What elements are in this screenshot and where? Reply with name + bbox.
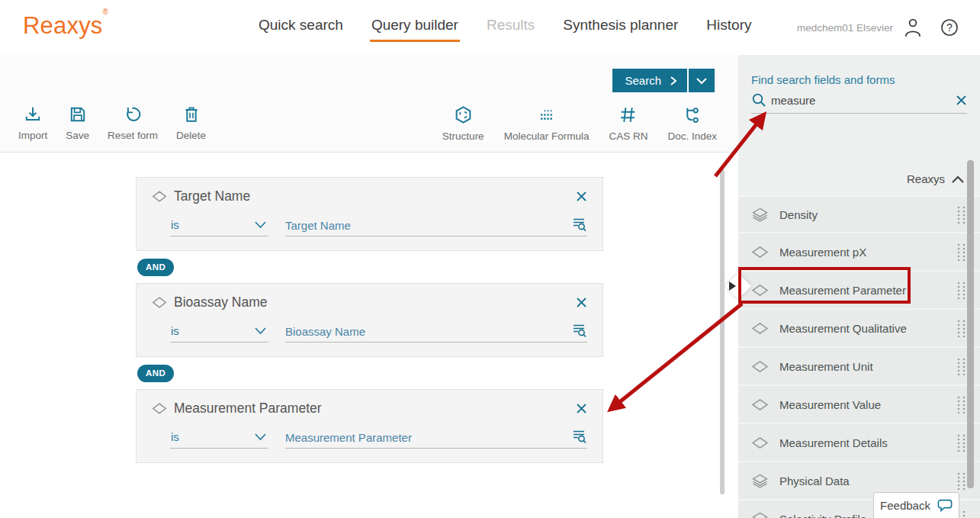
field-search-input[interactable] [771,94,956,107]
and-connector[interactable]: AND [137,365,174,382]
main-nav: Quick search Query builder Results Synth… [257,0,753,55]
sidebar-title: Find search fields and forms [751,73,967,86]
drag-handle-icon[interactable] [956,357,966,375]
list-item-density[interactable]: Density [738,195,980,233]
doc-index-button[interactable]: Doc. Index [667,105,717,142]
list-item-label: Measurement Qualitative [779,322,956,335]
field-diamond-icon [751,398,769,411]
import-button[interactable]: Import [18,105,47,141]
main-scrollbar[interactable] [720,169,725,494]
search-button[interactable]: Search [612,69,687,92]
chevron-right-icon [669,76,678,86]
list-item-measurement-unit[interactable]: Measurement Unit [738,348,980,386]
field-diamond-icon [751,246,769,259]
value-input[interactable]: Bioassay Name [285,323,587,343]
group-header-reaxys[interactable]: Reaxys [738,162,980,195]
list-item-label: Physical Data [779,475,956,487]
list-item-label: Measurement Parameter [779,284,956,297]
group-label: Reaxys [907,172,945,185]
form-layers-icon [751,474,769,488]
molecular-formula-label: Molecular Formula [504,130,590,142]
nav-results[interactable]: Results [485,0,536,55]
lookup-list-icon[interactable] [571,323,587,338]
toolbar-right-group: Structure Molecular Formula CAS RN Doc. … [442,105,717,142]
cas-rn-icon [619,105,638,124]
user-name: medchem01 Elsevier [797,22,893,34]
svg-text:?: ? [946,21,953,34]
drag-handle-icon[interactable] [956,471,966,490]
chevron-down-icon [254,327,267,335]
drag-handle-icon[interactable] [956,395,966,413]
user-area: medchem01 Elsevier ? [797,0,959,55]
save-icon [69,105,87,124]
close-icon[interactable] [576,297,587,308]
query-card-target-name: Target Name is Target Name [136,177,603,251]
operator-select[interactable]: is [170,430,268,449]
panel-collapse-toggle[interactable] [729,282,736,291]
list-item-measurement-px[interactable]: Measurement pX [738,233,980,272]
drag-handle-icon[interactable] [956,205,966,224]
lookup-list-icon[interactable] [571,429,587,444]
drag-handle-icon[interactable] [956,281,966,299]
list-item-measurement-value[interactable]: Measurement Value [738,386,980,424]
reset-form-label: Reset form [108,130,158,141]
list-item-measurement-qualitative[interactable]: Measurement Qualitative [738,310,980,348]
structure-label: Structure [442,130,484,142]
operator-select[interactable]: is [170,218,268,236]
chevron-down-icon [696,76,708,85]
list-item-label: Measurement Unit [779,360,956,373]
input-placeholder: Bioassay Name [285,325,365,338]
sidebar-scrollbar[interactable] [967,160,974,488]
top-header: Reaxys® Quick search Query builder Resul… [0,0,980,55]
trash-icon [182,105,201,124]
query-builder-main: Import Save Reset form Delete Structure [0,55,738,518]
nav-history[interactable]: History [705,0,753,55]
nav-synthesis-planner[interactable]: Synthesis planner [561,0,680,55]
query-card-bioassay-name: Bioassay Name is Bioassay Name [136,283,603,357]
help-icon[interactable]: ? [940,18,959,37]
list-item-measurement-details[interactable]: Measurement Details [738,424,980,462]
card-title: Measurement Parameter [174,401,576,417]
cas-rn-button[interactable]: CAS RN [609,105,647,142]
structure-button[interactable]: Structure [442,105,484,142]
close-icon[interactable] [576,403,587,414]
value-input[interactable]: Target Name [285,217,587,236]
feedback-button[interactable]: Feedback [873,492,959,518]
molecular-formula-button[interactable]: Molecular Formula [504,105,590,142]
search-options-dropdown[interactable] [689,69,715,92]
chevron-up-icon [951,175,965,184]
chevron-down-icon [254,433,267,441]
list-item-label: Measurement Value [779,398,956,411]
input-placeholder: Target Name [285,219,351,232]
speech-bubble-icon [937,498,953,513]
drag-handle-icon[interactable] [956,319,966,337]
field-diamond-icon [151,402,168,415]
close-icon[interactable] [576,191,587,202]
clear-search-icon[interactable] [956,95,967,106]
drag-handle-icon[interactable] [956,243,966,261]
form-layers-icon [751,512,769,518]
save-button[interactable]: Save [66,105,89,141]
user-icon[interactable] [902,17,922,38]
list-item-label: Measurement pX [779,246,956,259]
input-placeholder: Measurement Parameter [285,431,412,444]
reset-form-button[interactable]: Reset form [108,105,158,141]
search-fields-sidebar: Find search fields and forms Reaxys Dens… [738,55,980,518]
list-item-measurement-parameter[interactable]: Measurement Parameter [738,272,980,310]
nav-query-builder[interactable]: Query builder [370,0,460,55]
toolbar-left-group: Import Save Reset form Delete [18,105,206,141]
value-input[interactable]: Measurement Parameter [285,429,587,449]
lookup-list-icon[interactable] [571,217,587,232]
drag-handle-icon[interactable] [956,433,966,452]
nav-quick-search[interactable]: Quick search [257,0,345,55]
import-label: Import [18,130,47,141]
feedback-label: Feedback [880,499,930,512]
list-item-label: Density [779,208,956,221]
list-item-label: Measurement Details [779,436,956,449]
field-diamond-icon [151,296,168,309]
and-connector[interactable]: AND [137,259,174,276]
structure-icon [454,105,473,124]
delete-button[interactable]: Delete [176,105,206,141]
search-button-label: Search [625,74,661,87]
operator-select[interactable]: is [170,324,268,343]
